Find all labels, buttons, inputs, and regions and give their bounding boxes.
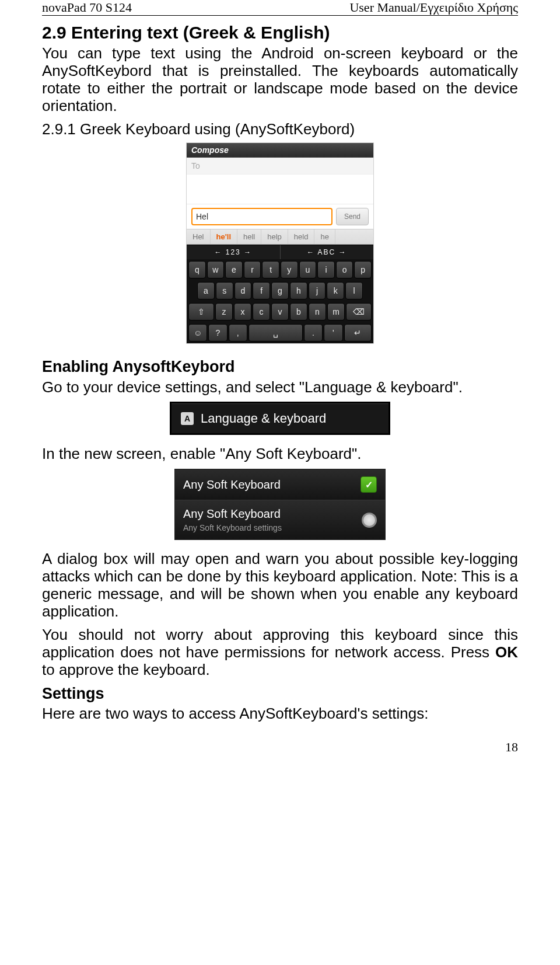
ask-settings-row[interactable]: Any Soft Keyboard Any Soft Keyboard sett… bbox=[175, 500, 385, 539]
on-screen-keyboard: q w e r t y u i o p a s d f g h j k l bbox=[187, 259, 373, 343]
key-s[interactable]: s bbox=[216, 282, 233, 299]
mode-numbers-button[interactable]: ← 123 → bbox=[187, 245, 281, 259]
suggestion-4[interactable]: held bbox=[288, 229, 315, 244]
keylogging-warning-paragraph: A dialog box will may open and warn you … bbox=[42, 551, 518, 621]
compose-body-area bbox=[187, 175, 373, 204]
screenshot-compose-keyboard: Compose To Hel Send Hel he'll hell help … bbox=[186, 142, 374, 344]
key-x[interactable]: x bbox=[234, 303, 251, 320]
section-title: 2.9 Entering text (Greek & English) bbox=[42, 23, 518, 43]
key-o[interactable]: o bbox=[336, 261, 354, 278]
approve-text-b: to approve the keyboard. bbox=[42, 661, 210, 678]
settings-line: Here are two ways to access AnySoftKeybo… bbox=[42, 705, 518, 723]
ask-settings-label: Any Soft Keyboard bbox=[183, 507, 282, 521]
key-r[interactable]: r bbox=[244, 261, 261, 278]
key-c[interactable]: c bbox=[253, 303, 270, 320]
screenshot-any-soft-keyboard-list: Any Soft Keyboard ✓ Any Soft Keyboard An… bbox=[174, 469, 386, 540]
approve-ok-bold: OK bbox=[495, 643, 518, 661]
screenshot-language-keyboard-row: A Language & keyboard bbox=[170, 402, 390, 435]
keyboard-mode-row: ← 123 → ← ABC → bbox=[187, 245, 373, 259]
ask-enable-row[interactable]: Any Soft Keyboard ✓ bbox=[175, 469, 385, 500]
key-l[interactable]: l bbox=[345, 282, 363, 299]
suggestion-3[interactable]: help bbox=[261, 229, 288, 244]
key-p[interactable]: p bbox=[354, 261, 372, 278]
key-h[interactable]: h bbox=[290, 282, 307, 299]
ask-settings-sublabel: Any Soft Keyboard settings bbox=[183, 523, 282, 532]
key-w[interactable]: w bbox=[207, 261, 225, 278]
ask-enable-label: Any Soft Keyboard bbox=[183, 478, 281, 492]
key-y[interactable]: y bbox=[281, 261, 298, 278]
key-f[interactable]: f bbox=[253, 282, 270, 299]
key-k[interactable]: k bbox=[327, 282, 344, 299]
approve-paragraph: You should not worry about approving thi… bbox=[42, 626, 518, 679]
enabling-heading: Enabling AnysoftKeybord bbox=[42, 358, 518, 376]
suggestion-0[interactable]: Hel bbox=[187, 229, 211, 244]
key-u[interactable]: u bbox=[299, 261, 317, 278]
key-n[interactable]: n bbox=[309, 303, 326, 320]
suggestion-2[interactable]: hell bbox=[237, 229, 261, 244]
suggestion-1[interactable]: he'll bbox=[211, 229, 238, 244]
key-backspace[interactable]: ⌫ bbox=[346, 303, 372, 320]
key-z[interactable]: z bbox=[215, 303, 233, 320]
key-b[interactable]: b bbox=[290, 303, 307, 320]
compose-titlebar: Compose bbox=[187, 143, 373, 157]
settings-row-language-keyboard[interactable]: A Language & keyboard bbox=[172, 403, 388, 433]
key-m[interactable]: m bbox=[327, 303, 345, 320]
key-period[interactable]: . bbox=[304, 324, 323, 342]
settings-heading: Settings bbox=[42, 685, 518, 703]
enable-any-soft-line: In the new screen, enable "Any Soft Keyb… bbox=[42, 445, 518, 463]
header-left: novaPad 70 S124 bbox=[42, 0, 132, 15]
key-g[interactable]: g bbox=[271, 282, 289, 299]
key-comma[interactable]: , bbox=[229, 324, 247, 342]
subject-input[interactable]: Hel bbox=[191, 208, 332, 225]
key-enter[interactable]: ↵ bbox=[344, 324, 372, 342]
checkbox-checked-icon[interactable]: ✓ bbox=[360, 476, 377, 493]
key-t[interactable]: t bbox=[262, 261, 279, 278]
key-space[interactable]: ␣ bbox=[249, 324, 303, 342]
key-a[interactable]: a bbox=[197, 282, 215, 299]
page-number: 18 bbox=[42, 740, 518, 755]
subject-input-row: Hel Send bbox=[187, 204, 373, 229]
key-q[interactable]: q bbox=[188, 261, 206, 278]
header-right: User Manual/Εγχειρίδιο Χρήσης bbox=[349, 0, 518, 15]
to-field-label: To bbox=[187, 157, 373, 175]
suggestion-strip: Hel he'll hell help held he bbox=[187, 229, 373, 245]
key-emoji[interactable]: ☺ bbox=[188, 324, 207, 342]
key-e[interactable]: e bbox=[225, 261, 243, 278]
mode-letters-button[interactable]: ← ABC → bbox=[281, 245, 374, 259]
page-header: novaPad 70 S124 User Manual/Εγχειρίδιο Χ… bbox=[42, 0, 518, 16]
radio-indicator-icon[interactable] bbox=[362, 513, 377, 528]
subject-input-value: Hel bbox=[196, 212, 208, 221]
key-v[interactable]: v bbox=[271, 303, 289, 320]
key-j[interactable]: j bbox=[309, 282, 326, 299]
keyboard-letter-icon: A bbox=[181, 412, 194, 425]
subsection-title: 2.9.1 Greek Keyboard using (AnySoftKeybo… bbox=[42, 121, 518, 138]
enabling-line1: Go to your device settings, and select "… bbox=[42, 379, 518, 396]
approve-text-a: You should not worry about approving thi… bbox=[42, 626, 518, 661]
key-question[interactable]: ? bbox=[208, 324, 227, 342]
send-button[interactable]: Send bbox=[336, 208, 369, 225]
section-intro: You can type text using the Android on-s… bbox=[42, 45, 518, 115]
key-d[interactable]: d bbox=[235, 282, 252, 299]
suggestion-5[interactable]: he bbox=[314, 229, 335, 244]
key-apostrophe[interactable]: ' bbox=[324, 324, 342, 342]
key-shift[interactable]: ⇧ bbox=[188, 303, 214, 320]
key-i[interactable]: i bbox=[317, 261, 335, 278]
settings-row-label: Language & keyboard bbox=[201, 411, 326, 426]
